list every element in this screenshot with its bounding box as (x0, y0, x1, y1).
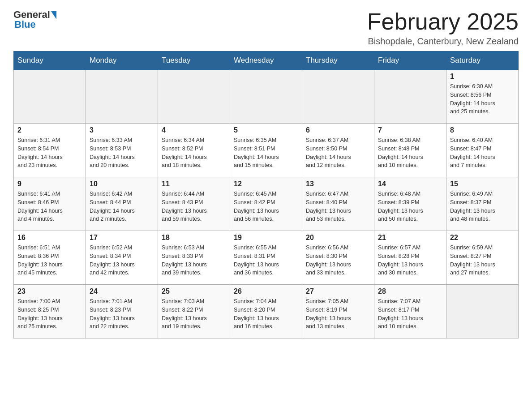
logo: General Blue (13, 9, 56, 30)
day-number: 12 (234, 180, 298, 188)
day-sun-info: Sunrise: 6:59 AM Sunset: 8:27 PM Dayligh… (450, 244, 515, 277)
day-number: 16 (17, 234, 82, 242)
calendar-week-3: 9Sunrise: 6:41 AM Sunset: 8:46 PM Daylig… (14, 177, 519, 231)
day-number: 3 (90, 126, 154, 134)
day-sun-info: Sunrise: 6:33 AM Sunset: 8:53 PM Dayligh… (90, 136, 154, 170)
calendar-cell (230, 70, 302, 124)
day-number: 22 (450, 234, 515, 242)
day-number: 1 (450, 73, 515, 81)
day-sun-info: Sunrise: 7:05 AM Sunset: 8:19 PM Dayligh… (306, 297, 370, 331)
weekday-header-sunday: Sunday (14, 51, 86, 70)
day-number: 18 (162, 234, 226, 242)
day-sun-info: Sunrise: 6:42 AM Sunset: 8:44 PM Dayligh… (90, 190, 154, 223)
day-number: 24 (90, 287, 154, 295)
calendar-week-5: 23Sunrise: 7:00 AM Sunset: 8:25 PM Dayli… (14, 285, 519, 338)
day-number: 10 (90, 180, 154, 188)
calendar-cell: 3Sunrise: 6:33 AM Sunset: 8:53 PM Daylig… (86, 124, 158, 177)
calendar-cell: 2Sunrise: 6:31 AM Sunset: 8:54 PM Daylig… (14, 124, 86, 177)
day-number: 14 (378, 180, 442, 188)
title-section: February 2025 Bishopdale, Canterbury, Ne… (367, 9, 519, 47)
day-number: 15 (450, 180, 515, 188)
calendar-cell: 12Sunrise: 6:45 AM Sunset: 8:42 PM Dayli… (230, 177, 302, 231)
day-sun-info: Sunrise: 6:56 AM Sunset: 8:30 PM Dayligh… (306, 244, 370, 277)
calendar-cell: 11Sunrise: 6:44 AM Sunset: 8:43 PM Dayli… (158, 177, 230, 231)
calendar-cell: 16Sunrise: 6:51 AM Sunset: 8:36 PM Dayli… (14, 231, 86, 285)
day-number: 28 (378, 287, 442, 295)
day-sun-info: Sunrise: 7:03 AM Sunset: 8:22 PM Dayligh… (162, 297, 226, 331)
day-number: 21 (378, 234, 442, 242)
calendar-cell: 7Sunrise: 6:38 AM Sunset: 8:48 PM Daylig… (374, 124, 446, 177)
weekday-header-tuesday: Tuesday (158, 51, 230, 70)
day-number: 6 (306, 126, 370, 134)
day-sun-info: Sunrise: 7:00 AM Sunset: 8:25 PM Dayligh… (17, 297, 82, 331)
calendar-cell: 20Sunrise: 6:56 AM Sunset: 8:30 PM Dayli… (302, 231, 374, 285)
calendar-week-4: 16Sunrise: 6:51 AM Sunset: 8:36 PM Dayli… (14, 231, 519, 285)
day-number: 8 (450, 126, 515, 134)
day-sun-info: Sunrise: 6:55 AM Sunset: 8:31 PM Dayligh… (234, 244, 298, 277)
day-number: 25 (162, 287, 226, 295)
calendar-cell: 18Sunrise: 6:53 AM Sunset: 8:33 PM Dayli… (158, 231, 230, 285)
calendar-cell: 5Sunrise: 6:35 AM Sunset: 8:51 PM Daylig… (230, 124, 302, 177)
calendar-cell: 23Sunrise: 7:00 AM Sunset: 8:25 PM Dayli… (14, 285, 86, 338)
calendar-cell: 1Sunrise: 6:30 AM Sunset: 8:56 PM Daylig… (446, 70, 519, 124)
day-sun-info: Sunrise: 6:41 AM Sunset: 8:46 PM Dayligh… (17, 190, 82, 223)
day-sun-info: Sunrise: 6:34 AM Sunset: 8:52 PM Dayligh… (162, 136, 226, 170)
calendar-cell (14, 70, 86, 124)
day-sun-info: Sunrise: 6:52 AM Sunset: 8:34 PM Dayligh… (90, 244, 154, 277)
day-sun-info: Sunrise: 6:40 AM Sunset: 8:47 PM Dayligh… (450, 136, 515, 170)
day-number: 20 (306, 234, 370, 242)
day-sun-info: Sunrise: 6:53 AM Sunset: 8:33 PM Dayligh… (162, 244, 226, 277)
day-number: 27 (306, 287, 370, 295)
day-sun-info: Sunrise: 6:44 AM Sunset: 8:43 PM Dayligh… (162, 190, 226, 223)
day-number: 23 (17, 287, 82, 295)
calendar-cell: 26Sunrise: 7:04 AM Sunset: 8:20 PM Dayli… (230, 285, 302, 338)
day-sun-info: Sunrise: 6:45 AM Sunset: 8:42 PM Dayligh… (234, 190, 298, 223)
day-sun-info: Sunrise: 7:04 AM Sunset: 8:20 PM Dayligh… (234, 297, 298, 331)
calendar-week-2: 2Sunrise: 6:31 AM Sunset: 8:54 PM Daylig… (14, 124, 519, 177)
calendar-cell (446, 285, 519, 338)
calendar-cell: 17Sunrise: 6:52 AM Sunset: 8:34 PM Dayli… (86, 231, 158, 285)
calendar-cell: 19Sunrise: 6:55 AM Sunset: 8:31 PM Dayli… (230, 231, 302, 285)
day-number: 9 (17, 180, 82, 188)
calendar-week-1: 1Sunrise: 6:30 AM Sunset: 8:56 PM Daylig… (14, 70, 519, 124)
day-sun-info: Sunrise: 6:31 AM Sunset: 8:54 PM Dayligh… (17, 136, 82, 170)
weekday-header-row: SundayMondayTuesdayWednesdayThursdayFrid… (14, 51, 519, 70)
weekday-header-saturday: Saturday (446, 51, 519, 70)
calendar-cell: 9Sunrise: 6:41 AM Sunset: 8:46 PM Daylig… (14, 177, 86, 231)
weekday-header-thursday: Thursday (302, 51, 374, 70)
day-sun-info: Sunrise: 7:07 AM Sunset: 8:17 PM Dayligh… (378, 297, 442, 331)
day-number: 5 (234, 126, 298, 134)
calendar-cell: 28Sunrise: 7:07 AM Sunset: 8:17 PM Dayli… (374, 285, 446, 338)
calendar-cell (374, 70, 446, 124)
day-number: 4 (162, 126, 226, 134)
calendar-cell: 13Sunrise: 6:47 AM Sunset: 8:40 PM Dayli… (302, 177, 374, 231)
day-number: 2 (17, 126, 82, 134)
day-number: 26 (234, 287, 298, 295)
day-sun-info: Sunrise: 6:37 AM Sunset: 8:50 PM Dayligh… (306, 136, 370, 170)
day-sun-info: Sunrise: 6:49 AM Sunset: 8:37 PM Dayligh… (450, 190, 515, 223)
day-sun-info: Sunrise: 6:51 AM Sunset: 8:36 PM Dayligh… (17, 244, 82, 277)
weekday-header-monday: Monday (86, 51, 158, 70)
calendar-cell: 21Sunrise: 6:57 AM Sunset: 8:28 PM Dayli… (374, 231, 446, 285)
day-sun-info: Sunrise: 7:01 AM Sunset: 8:23 PM Dayligh… (90, 297, 154, 331)
day-number: 7 (378, 126, 442, 134)
day-number: 19 (234, 234, 298, 242)
calendar-cell: 25Sunrise: 7:03 AM Sunset: 8:22 PM Dayli… (158, 285, 230, 338)
day-number: 17 (90, 234, 154, 242)
day-sun-info: Sunrise: 6:47 AM Sunset: 8:40 PM Dayligh… (306, 190, 370, 223)
calendar-cell: 10Sunrise: 6:42 AM Sunset: 8:44 PM Dayli… (86, 177, 158, 231)
calendar-cell: 4Sunrise: 6:34 AM Sunset: 8:52 PM Daylig… (158, 124, 230, 177)
day-sun-info: Sunrise: 6:48 AM Sunset: 8:39 PM Dayligh… (378, 190, 442, 223)
weekday-header-friday: Friday (374, 51, 446, 70)
calendar-cell (302, 70, 374, 124)
calendar-cell (86, 70, 158, 124)
logo-arrow-icon (51, 11, 56, 19)
day-number: 11 (162, 180, 226, 188)
month-year-title: February 2025 (367, 9, 519, 34)
calendar-cell: 27Sunrise: 7:05 AM Sunset: 8:19 PM Dayli… (302, 285, 374, 338)
day-sun-info: Sunrise: 6:30 AM Sunset: 8:56 PM Dayligh… (450, 82, 515, 116)
calendar-cell: 24Sunrise: 7:01 AM Sunset: 8:23 PM Dayli… (86, 285, 158, 338)
page-header: General Blue February 2025 Bishopdale, C… (13, 9, 519, 47)
calendar-cell: 6Sunrise: 6:37 AM Sunset: 8:50 PM Daylig… (302, 124, 374, 177)
logo-blue-text: Blue (14, 19, 36, 30)
